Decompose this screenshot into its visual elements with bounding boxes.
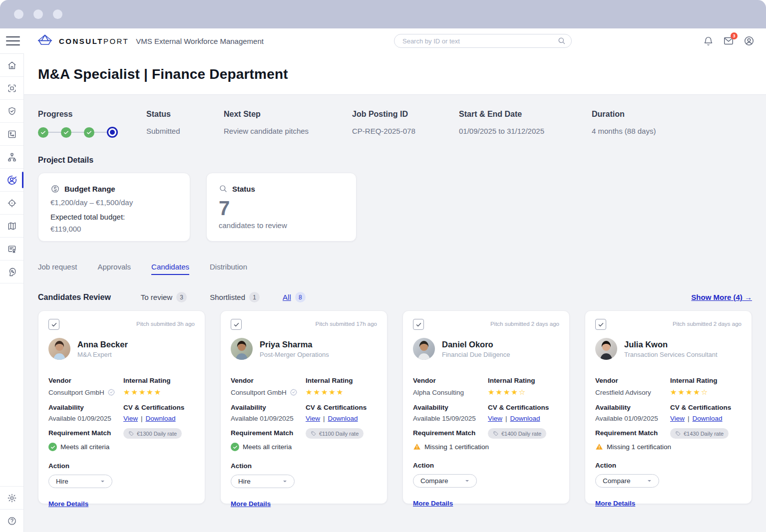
sidebar-item-settings[interactable]: [0, 486, 23, 509]
project-details-heading: Project Details: [38, 156, 752, 165]
cv-download-link[interactable]: Download: [693, 415, 723, 422]
vendor-value: Consultport GmbH: [231, 389, 287, 396]
user-check-icon: [6, 175, 17, 186]
notifications-bell-icon[interactable]: [702, 35, 714, 47]
window-control-dot[interactable]: [53, 9, 62, 19]
action-dropdown[interactable]: Compare: [413, 474, 477, 488]
user-avatar-icon[interactable]: [743, 35, 755, 47]
cv-view-link[interactable]: View: [306, 415, 320, 422]
candidate-name: Julia Kwon: [624, 340, 718, 349]
daily-rate-value: €1100 Daily rate: [319, 431, 359, 437]
candidate-checkbox[interactable]: [48, 319, 59, 330]
daily-rate-value: €1400 Daily rate: [501, 431, 541, 437]
sidebar-item-home[interactable]: [0, 54, 23, 77]
cv-view-link[interactable]: View: [123, 415, 138, 422]
match-warning-icon: [413, 443, 421, 451]
tag-icon: [128, 431, 134, 437]
match-status-text: Meets all criteria: [243, 443, 292, 451]
match-status-text: Missing 1 certification: [424, 443, 489, 451]
tab-candidates[interactable]: Candidates: [151, 263, 189, 275]
star-rating: ★★★★★: [306, 388, 344, 397]
tab-distribution[interactable]: Distribution: [210, 263, 247, 275]
vendor-label: Vendor: [231, 370, 306, 384]
search-input[interactable]: [394, 34, 572, 48]
next-step-value: Review candidate pitches: [224, 127, 352, 135]
messages-envelope-icon[interactable]: 3: [723, 35, 735, 47]
magnifier-icon: [219, 184, 228, 193]
filter-all[interactable]: All 8: [283, 292, 306, 302]
show-more-link[interactable]: Show More (4) →: [691, 293, 752, 301]
sidebar-item-candidates[interactable]: [0, 169, 23, 192]
filter-to-review[interactable]: To review 3: [141, 292, 187, 302]
star-rating: ★★★★★: [123, 388, 162, 397]
sidebar-item-scan[interactable]: [0, 77, 23, 100]
sidebar-item-map[interactable]: [0, 215, 23, 238]
sidebar-item-integrations[interactable]: [0, 123, 23, 146]
requirement-match-label: Requirement Match: [231, 422, 306, 439]
chevron-down-icon: [646, 478, 653, 484]
budget-card-title: Budget Range: [64, 185, 115, 193]
availability-label: Availability: [413, 397, 488, 411]
filter-shortlisted[interactable]: Shortlisted 1: [210, 292, 260, 302]
action-dropdown-value: Hire: [56, 478, 68, 485]
unread-count-badge: 3: [731, 32, 738, 39]
action-dropdown[interactable]: Hire: [231, 475, 295, 488]
sidebar-item-help[interactable]: [0, 509, 23, 532]
sidebar-item-certifications[interactable]: [0, 238, 23, 261]
daily-rate-badge: €1400 Daily rate: [488, 428, 546, 439]
more-details-link[interactable]: More Details: [48, 500, 88, 508]
action-label: Action: [48, 462, 195, 470]
daily-rate-value: €1300 Daily rate: [137, 431, 177, 437]
pitch-submitted-timestamp: Pitch submitted 3h ago: [136, 321, 195, 327]
candidates-count-caption: candidates to review: [219, 221, 344, 230]
cv-download-link[interactable]: Download: [146, 415, 176, 422]
tab-approvals[interactable]: Approvals: [97, 263, 131, 275]
cv-view-link[interactable]: View: [488, 415, 502, 422]
action-dropdown-value: Compare: [420, 477, 448, 485]
candidate-checkbox[interactable]: [595, 319, 606, 330]
next-step-label: Next Step: [224, 110, 352, 119]
progress-label: Progress: [38, 110, 146, 119]
hierarchy-icon: [7, 152, 17, 162]
sidebar-item-ai-matching[interactable]: [0, 261, 23, 283]
candidate-role: Post-Merger Operations: [260, 351, 329, 358]
sidebar-item-org-structure[interactable]: [0, 146, 23, 169]
tag-icon: [675, 431, 681, 437]
candidate-checkbox[interactable]: [231, 319, 242, 330]
match-warning-icon: [595, 443, 603, 451]
sidebar-item-targets[interactable]: [0, 192, 23, 215]
more-details-link[interactable]: More Details: [413, 500, 453, 507]
cv-download-link[interactable]: Download: [510, 415, 540, 422]
help-icon: [7, 516, 17, 526]
verified-badge-icon: [290, 388, 298, 396]
action-dropdown[interactable]: Hire: [48, 475, 112, 488]
app-title: VMS External Workforce Management: [136, 37, 264, 45]
tab-job-request[interactable]: Job request: [38, 263, 77, 275]
brand-wordmark: CONSULTPORT: [59, 37, 129, 45]
window-control-dot[interactable]: [14, 9, 23, 19]
cv-download-link[interactable]: Download: [328, 415, 358, 422]
search-icon[interactable]: [557, 36, 566, 47]
brand-logo-group[interactable]: CONSULTPORT: [36, 33, 129, 48]
sidebar-item-compliance[interactable]: [0, 100, 23, 123]
pitch-submitted-timestamp: Pitch submitted 17h ago: [316, 321, 377, 327]
candidate-card: Pitch submitted 2 days ago Daniel Okoro …: [402, 310, 570, 504]
candidates-review-heading: Candidates Review: [38, 293, 111, 302]
more-details-link[interactable]: More Details: [595, 500, 635, 507]
candidate-card: Pitch submitted 17h ago Priya Sharma Pos…: [220, 310, 387, 504]
certificate-icon: [7, 244, 17, 254]
job-summary-row: Progress Status Submitt: [38, 110, 752, 138]
daily-rate-badge: €1100 Daily rate: [306, 428, 364, 439]
action-dropdown[interactable]: Compare: [595, 474, 659, 488]
cv-view-link[interactable]: View: [670, 415, 685, 422]
tag-icon: [311, 431, 317, 437]
window-control-dot[interactable]: [33, 9, 43, 19]
more-details-link[interactable]: More Details: [231, 500, 271, 508]
hamburger-menu-icon[interactable]: [6, 34, 20, 48]
cv-certifications-label: CV & Certifications: [123, 397, 195, 411]
requirement-match-label: Requirement Match: [48, 422, 123, 439]
daily-rate-badge: €1300 Daily rate: [123, 428, 182, 439]
action-label: Action: [413, 462, 559, 469]
availability-label: Availability: [231, 397, 306, 411]
candidate-checkbox[interactable]: [413, 319, 424, 330]
